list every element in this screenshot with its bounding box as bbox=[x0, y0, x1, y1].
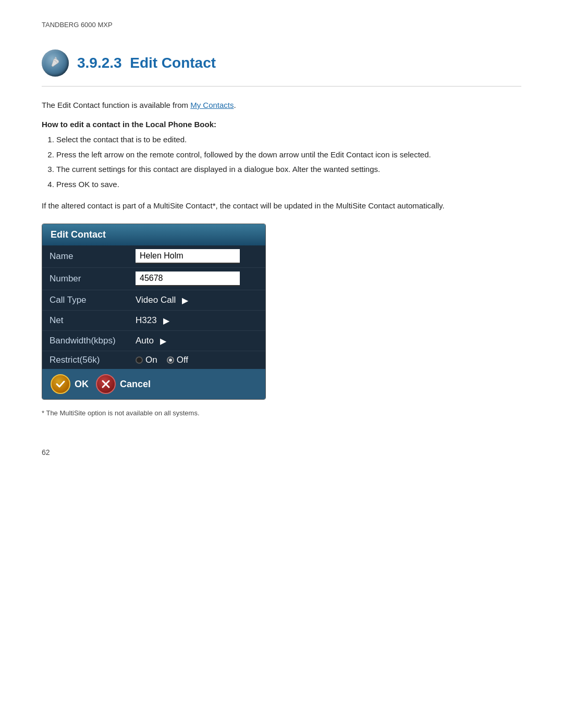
edit-contact-dialog: Edit Contact Name Number Call Type Video… bbox=[42, 224, 266, 400]
restrict-value: On Off bbox=[136, 355, 258, 365]
restrict-radio-group: On Off bbox=[136, 355, 258, 365]
call-type-text: Video Call bbox=[136, 295, 176, 305]
bandwidth-text: Auto bbox=[136, 336, 154, 346]
intro-text-end: . bbox=[234, 101, 236, 109]
ok-label: OK bbox=[75, 379, 89, 390]
restrict-off-option[interactable]: Off bbox=[167, 355, 188, 365]
edit-contact-icon bbox=[42, 50, 69, 77]
step-3: The current settings for this contact ar… bbox=[56, 164, 521, 176]
body-text: If the altered contact is part of a Mult… bbox=[42, 200, 521, 212]
ok-button[interactable]: OK bbox=[51, 374, 89, 394]
restrict-on-label: On bbox=[145, 355, 157, 365]
bandwidth-arrow[interactable]: ▶ bbox=[157, 335, 169, 347]
restrict-row: Restrict(56k) On Off bbox=[42, 351, 265, 369]
dialog-titlebar: Edit Contact bbox=[42, 224, 265, 245]
number-value bbox=[136, 272, 258, 286]
cancel-icon bbox=[96, 374, 116, 394]
dialog-body: Name Number Call Type Video Call ▶ N bbox=[42, 245, 265, 369]
section-heading: 3.9.2.3 Edit Contact bbox=[42, 50, 521, 77]
net-arrow[interactable]: ▶ bbox=[160, 314, 173, 327]
intro-paragraph: The Edit Contact function is available f… bbox=[42, 99, 521, 112]
restrict-on-radio bbox=[136, 356, 143, 364]
name-label: Name bbox=[50, 251, 136, 262]
number-label: Number bbox=[50, 274, 136, 284]
cancel-label: Cancel bbox=[120, 379, 151, 390]
restrict-off-radio bbox=[167, 356, 174, 364]
footnote: * The MultiSite option is not available … bbox=[42, 409, 521, 417]
number-row: Number bbox=[42, 268, 265, 290]
page-number: 62 bbox=[42, 448, 521, 456]
steps-list: Select the contact that is to be edited.… bbox=[56, 134, 521, 190]
net-label: Net bbox=[50, 315, 136, 326]
step-4: Press OK to save. bbox=[56, 179, 521, 191]
ok-icon bbox=[51, 374, 70, 394]
intro-text-start: The Edit Contact function is available f… bbox=[42, 101, 190, 109]
call-type-value: Video Call ▶ bbox=[136, 294, 258, 306]
how-to-heading: How to edit a contact in the Local Phone… bbox=[42, 120, 521, 129]
name-row: Name bbox=[42, 245, 265, 268]
call-type-label: Call Type bbox=[50, 295, 136, 305]
section-number: 3.9.2.3 bbox=[77, 55, 122, 71]
call-type-row: Call Type Video Call ▶ bbox=[42, 290, 265, 311]
restrict-on-option[interactable]: On bbox=[136, 355, 157, 365]
name-value bbox=[136, 249, 258, 264]
name-input[interactable] bbox=[136, 249, 240, 264]
dialog-footer: OK Cancel bbox=[42, 369, 265, 399]
net-value: H323 ▶ bbox=[136, 314, 258, 327]
step-1: Select the contact that is to be edited. bbox=[56, 134, 521, 146]
net-row: Net H323 ▶ bbox=[42, 311, 265, 331]
section-divider bbox=[42, 86, 521, 87]
dialog-title: Edit Contact bbox=[51, 229, 106, 240]
bandwidth-row: Bandwidth(kbps) Auto ▶ bbox=[42, 331, 265, 351]
restrict-off-label: Off bbox=[177, 355, 188, 365]
restrict-label: Restrict(56k) bbox=[50, 355, 136, 365]
number-input[interactable] bbox=[136, 272, 240, 286]
brand-label: TANDBERG 6000 MXP bbox=[42, 21, 113, 29]
net-text: H323 bbox=[136, 315, 157, 326]
call-type-arrow[interactable]: ▶ bbox=[179, 294, 191, 306]
bandwidth-label: Bandwidth(kbps) bbox=[50, 336, 136, 346]
bandwidth-value: Auto ▶ bbox=[136, 335, 258, 347]
section-name: Edit Contact bbox=[130, 55, 216, 71]
my-contacts-link[interactable]: My Contacts bbox=[190, 101, 234, 109]
page-header: TANDBERG 6000 MXP bbox=[42, 21, 521, 29]
section-title: 3.9.2.3 Edit Contact bbox=[77, 55, 216, 71]
cancel-button[interactable]: Cancel bbox=[96, 374, 151, 394]
step-2: Press the left arrow on the remote contr… bbox=[56, 149, 521, 161]
